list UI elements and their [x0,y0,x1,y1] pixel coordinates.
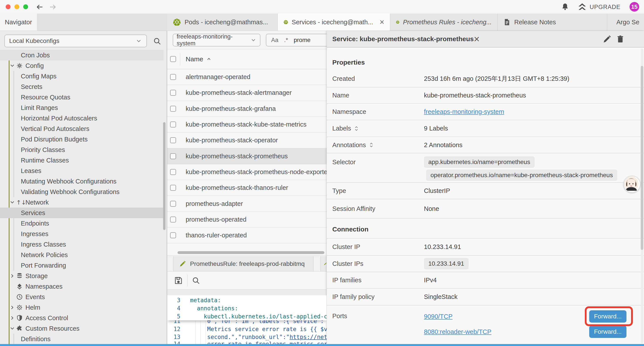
tab-prometheus-rules[interactable]: Prometheus Rules - icecheng... [390,13,498,31]
sidebar-item-pod-disruption-budgets[interactable]: Pod Disruption Budgets [0,134,164,145]
editor-tab-bar: PrometheusRule: freeleaps-prod-rabbitmq [167,256,326,272]
sidebar-item-network[interactable]: ↑↓ Network [0,197,164,208]
detail-scrollbar-thumb[interactable] [641,66,643,250]
tab-pods[interactable]: Pods - icecheng@mathmas... [167,13,278,31]
horizontal-scrollbar-thumb[interactable] [178,251,324,254]
search-input[interactable]: Aa .* prome [266,34,326,46]
column-header-name[interactable]: Name [186,55,212,63]
table-row[interactable]: kube-prometheus-stack-alertmanager [167,85,326,101]
port-link-8080[interactable]: 8080:reloader-web/TCP [424,328,492,336]
row-checkbox[interactable] [170,217,176,223]
sidebar-item-endpoints[interactable]: Endpoints [0,218,164,229]
sidebar-item-storage[interactable]: Storage [0,271,164,281]
table-row[interactable]: kube-prometheus-stack-thanos-ruler [167,180,326,196]
namespace-select[interactable]: freeleaps-monitoring-system [173,34,260,46]
sidebar-item-secrets[interactable]: Secrets [0,81,164,92]
namespace-link[interactable]: freeleaps-monitoring-system [424,108,504,115]
sidebar-item-config-maps[interactable]: Config Maps [0,71,164,81]
tab-argo[interactable]: Argo Se [607,13,644,31]
row-checkbox[interactable] [170,90,176,96]
forward-button-9090[interactable]: Forward... [589,310,626,323]
tab-close-icon[interactable]: × [380,18,384,26]
sidebar-search-icon[interactable] [153,37,161,45]
row-checkbox[interactable] [170,232,176,238]
row-checkbox[interactable] [170,153,176,159]
forward-arrow-icon[interactable] [49,3,57,11]
expand-collapse-icon[interactable] [368,142,374,148]
sort-ascending-icon [206,56,212,62]
table-row[interactable]: thanos-ruler-operated [167,228,326,243]
sidebar-item-validating-webhook-configurations[interactable]: Validating Webhook Configurations [0,187,164,197]
port-link-9090[interactable]: 9090/TCP [424,313,453,320]
tab-release-notes[interactable]: Release Notes [498,13,607,31]
table-row[interactable]: kube-prometheus-stack-prometheus-node-ex… [167,164,326,180]
resource-tree: Cron Jobs Config Config Maps Secrets Res… [0,50,164,344]
sidebar-item-events[interactable]: Events [0,292,164,302]
runbook-url-link[interactable]: https://netea [290,334,326,340]
sidebar-item-ingresses[interactable]: Ingresses [0,229,164,239]
sidebar-item-vertical-pod-autoscalers[interactable]: Vertical Pod Autoscalers [0,123,164,134]
sidebar-item-definitions[interactable]: Definitions [0,334,164,344]
sidebar-item-namespaces[interactable]: Namespaces [0,281,164,292]
navigator-sidebar: Local Kubeconfigs Cron Jobs Config Confi… [0,31,167,346]
sidebar-item-ingress-classes[interactable]: Ingress Classes [0,239,164,250]
row-checkbox[interactable] [170,122,176,127]
notification-count-badge[interactable]: 15 [630,2,639,11]
regex-icon[interactable]: .* [284,37,288,43]
sidebar-item-priority-classes[interactable]: Priority Classes [0,145,164,155]
window-close-button[interactable] [6,4,10,9]
tab-services-active[interactable]: Services - icecheng@math... × [278,13,390,31]
sidebar-item-limit-ranges[interactable]: Limit Ranges [0,102,164,113]
table-row[interactable]: kube-prometheus-stack-grafana [167,101,326,117]
yaml-editor[interactable]: 11 0","for":"1m","labels":{"service":" 1… [167,295,326,344]
select-all-checkbox[interactable] [170,56,176,62]
forward-button-8080[interactable]: Forward... [589,326,626,338]
table-row[interactable]: kube-prometheus-stack-kube-state-metrics [167,117,326,132]
edit-pencil-icon[interactable] [602,35,611,43]
kubeconfig-select[interactable]: Local Kubeconfigs [4,34,147,47]
detail-title: Service: kube-prometheus-stack-prometheu… [332,35,474,43]
table-row[interactable]: alertmanager-operated [167,69,326,85]
sidebar-item-access-control[interactable]: Access Control [0,313,164,323]
sidebar-item-network-policies[interactable]: Network Policies [0,250,164,260]
row-checkbox[interactable] [170,169,176,175]
row-checkbox[interactable] [170,201,176,207]
sidebar-item-cron-jobs[interactable]: Cron Jobs [0,50,164,60]
sidebar-item-runtime-classes[interactable]: Runtime Classes [0,155,164,166]
sidebar-item-custom-resources[interactable]: Custom Resources [0,323,164,334]
table-row-selected[interactable]: kube-prometheus-stack-prometheus [167,148,326,164]
upgrade-button[interactable]: UPGRADE [578,3,620,11]
sidebar-item-horizontal-pod-autoscalers[interactable]: Horizontal Pod Autoscalers [0,113,164,123]
property-row-labels: Labels 9 Labels [327,120,644,137]
sidebar-item-leases[interactable]: Leases [0,166,164,176]
window-zoom-button[interactable] [23,4,28,9]
row-checkbox[interactable] [170,185,176,191]
navigator-panel-tab[interactable]: Navigator [0,13,37,31]
row-checkbox[interactable] [170,137,176,143]
delete-trash-icon[interactable] [616,35,625,43]
table-row[interactable]: prometheus-adapter [167,196,326,212]
sidebar-item-services[interactable]: Services [0,208,164,218]
editor-search-icon[interactable] [192,276,200,285]
sidebar-item-port-forwarding[interactable]: Port Forwarding [0,260,164,271]
sidebar-item-helm[interactable]: Helm [0,302,164,313]
match-case-icon[interactable]: Aa [271,37,278,43]
expand-collapse-icon[interactable] [354,126,359,131]
back-arrow-icon[interactable] [36,3,44,11]
sidebar-item-config[interactable]: Config [0,60,164,71]
editor-tab-next[interactable] [320,256,326,271]
row-checkbox[interactable] [170,74,176,80]
close-icon[interactable]: × [474,34,480,44]
window-minimize-button[interactable] [14,4,19,9]
table-row[interactable]: prometheus-operated [167,212,326,228]
editor-tab-prometheusrule[interactable]: PrometheusRule: freeleaps-prod-rabbitmq [173,256,314,271]
sidebar-item-mutating-webhook-configurations[interactable]: Mutating Webhook Configurations [0,176,164,187]
row-checkbox[interactable] [170,106,176,112]
sidebar-item-resource-quotas[interactable]: Resource Quotas [0,92,164,102]
window-bottom-accent-bar [0,344,644,346]
notifications-bell-icon[interactable] [561,3,569,11]
assistant-avatar[interactable] [624,176,640,193]
table-row[interactable]: kube-prometheus-stack-operator [167,132,326,148]
save-icon[interactable] [174,276,183,285]
sidebar-scrollbar-thumb[interactable] [163,122,166,230]
